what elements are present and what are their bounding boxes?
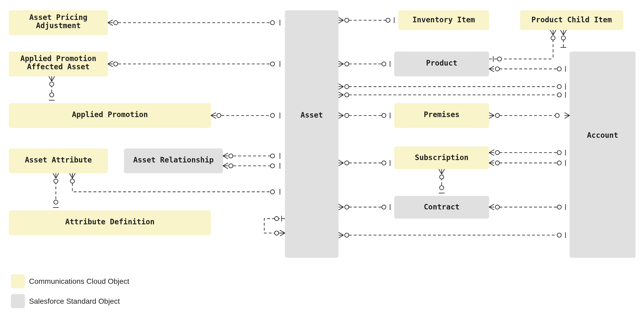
rel-asset-attribute-attrdef bbox=[53, 173, 59, 208]
svg-rect-18 bbox=[285, 10, 339, 258]
node-account: Account bbox=[570, 52, 636, 258]
rel-apaa-applied-promotion bbox=[49, 76, 55, 100]
legend-comm-label: Communications Cloud Object bbox=[29, 277, 129, 285]
legend-std-label: Salesforce Standard Object bbox=[29, 297, 120, 305]
rel-asset-account-a bbox=[339, 84, 566, 89]
label: Asset bbox=[301, 111, 323, 119]
rel-asset-relationship-asset-a bbox=[223, 153, 280, 159]
label: Asset Relationship bbox=[133, 156, 214, 164]
label: Applied PromotionAffected Asset bbox=[20, 54, 96, 71]
label: Subscription bbox=[415, 153, 468, 162]
rel-asset-subscription bbox=[339, 160, 390, 166]
rel-applied-promotion-asset bbox=[211, 113, 280, 118]
rel-subscription-account-a bbox=[489, 150, 565, 156]
node-applied-promotion-affected-asset: Applied PromotionAffected Asset bbox=[9, 52, 108, 76]
label: Attribute Definition bbox=[65, 217, 155, 226]
label: Premises bbox=[424, 110, 460, 119]
rel-asset-inventory-item bbox=[339, 17, 394, 23]
rel-contract-account bbox=[489, 204, 565, 210]
label: Account bbox=[587, 131, 618, 140]
rel-product-childitem-a bbox=[489, 30, 556, 62]
rel-asset-premises bbox=[339, 113, 390, 118]
label: Inventory Item bbox=[412, 15, 475, 24]
nodes: Asset PricingAdjustment Applied Promotio… bbox=[9, 10, 636, 258]
rel-subscription-account-b bbox=[489, 160, 565, 166]
node-product-child-item: Product Child Item bbox=[520, 10, 623, 30]
svg-rect-52 bbox=[11, 294, 25, 308]
label: Asset PricingAdjustment bbox=[29, 13, 87, 30]
rel-subscription-contract bbox=[439, 169, 445, 193]
rel-premises-account bbox=[489, 113, 570, 118]
node-contract: Contract bbox=[394, 196, 489, 218]
rel-asset-product bbox=[339, 61, 390, 67]
node-attribute-definition: Attribute Definition bbox=[9, 210, 211, 235]
node-asset-attribute: Asset Attribute bbox=[9, 148, 108, 173]
node-inventory-item: Inventory Item bbox=[398, 10, 489, 30]
rel-asset-account-b bbox=[339, 92, 566, 98]
node-asset-pricing-adjustment: Asset PricingAdjustment bbox=[9, 10, 108, 35]
node-subscription: Subscription bbox=[394, 147, 489, 169]
rel-asset-self bbox=[264, 216, 285, 236]
rel-product-account bbox=[489, 66, 565, 72]
node-product: Product bbox=[394, 52, 489, 76]
label: Product bbox=[426, 59, 457, 67]
rel-asset-attribute-asset bbox=[70, 173, 280, 195]
rel-asset-account-via-contract-row bbox=[339, 232, 566, 238]
rel-applied-promotion-affected-asset-asset bbox=[108, 61, 280, 67]
label: Contract bbox=[424, 203, 460, 211]
node-asset-relationship: Asset Relationship bbox=[124, 148, 223, 173]
legend: Communications Cloud Object Salesforce S… bbox=[11, 274, 129, 308]
svg-rect-25 bbox=[570, 52, 636, 258]
node-asset: Asset bbox=[285, 10, 339, 258]
erd-diagram: Asset PricingAdjustment Applied Promotio… bbox=[0, 0, 644, 330]
svg-rect-51 bbox=[11, 274, 25, 288]
node-applied-promotion: Applied Promotion bbox=[9, 103, 211, 128]
rel-asset-relationship-asset-b bbox=[223, 163, 280, 169]
rel-product-childitem-b bbox=[561, 30, 566, 47]
label: Asset Attribute bbox=[25, 156, 92, 164]
rel-asset-pricing-adjustment-asset bbox=[108, 20, 280, 26]
rel-asset-contract bbox=[339, 204, 390, 210]
node-premises: Premises bbox=[394, 103, 489, 128]
label: Product Child Item bbox=[531, 15, 612, 24]
label: Applied Promotion bbox=[72, 110, 148, 119]
